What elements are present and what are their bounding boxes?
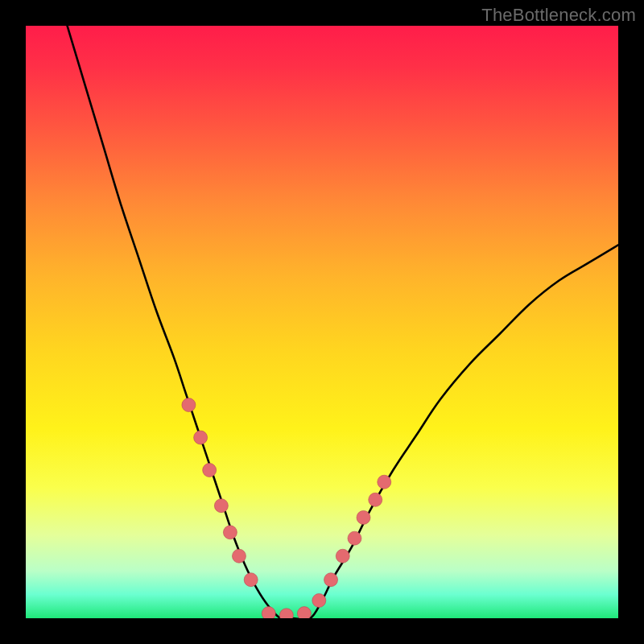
highlight-dot xyxy=(348,531,361,545)
highlight-dot xyxy=(279,609,293,618)
highlight-dot xyxy=(369,493,382,506)
highlight-dot xyxy=(244,573,258,587)
bottleneck-curve xyxy=(68,26,618,618)
highlight-dot xyxy=(357,510,370,524)
highlight-dots xyxy=(182,398,391,618)
highlight-dot xyxy=(194,431,208,444)
highlight-dot xyxy=(232,549,246,563)
plot-area xyxy=(26,26,618,618)
highlight-dot xyxy=(203,464,217,477)
highlight-dot xyxy=(262,607,275,618)
highlight-dot xyxy=(214,499,228,513)
outer-frame: TheBottleneck.com xyxy=(0,0,644,644)
highlight-dot xyxy=(182,398,196,412)
highlight-dot xyxy=(297,607,311,618)
highlight-dot xyxy=(336,549,349,563)
curve-layer xyxy=(26,26,618,618)
highlight-dot xyxy=(378,475,391,489)
highlight-dot xyxy=(312,593,326,607)
watermark-text: TheBottleneck.com xyxy=(481,5,636,26)
highlight-dot xyxy=(324,573,338,587)
highlight-dot xyxy=(223,526,237,539)
